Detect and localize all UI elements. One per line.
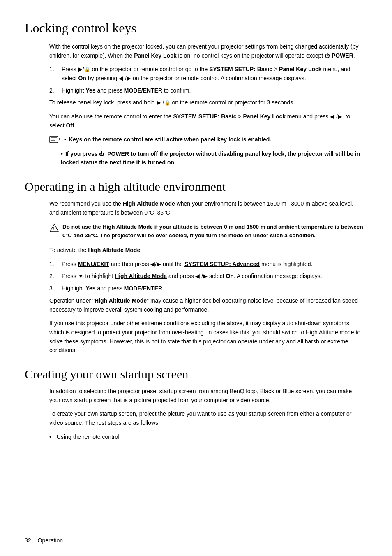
also-para: You can also use the remote control to e… [49,112,363,130]
arrow-left-alt1: ◀ [150,261,155,267]
altitude-steps: 1. Press MENU/EXIT and then press ◀/▶ un… [49,260,363,293]
alt-step-text-1: Press MENU/EXIT and then press ◀/▶ until… [62,260,363,269]
locking-step-2: 2. Highlight Yes and press MODE/ENTER to… [49,86,363,95]
lock-icon-2: 🔒 [164,100,171,106]
altitude-step-2: 2. Press ▼ to highlight High Altitude Mo… [49,272,363,281]
arrow-right-alt1: ▶ [157,261,161,267]
system-setup-basic-ref1: SYSTEM SETUP: Basic [209,66,272,72]
menu-exit-ref: MENU/EXIT [78,261,109,267]
arrow-right-alt2: ▶ [203,273,208,279]
lock-icon-1: 🔒 [84,67,90,72]
step-text-2: Highlight Yes and press MODE/ENTER to co… [62,86,363,95]
operation-para: Operation under "High Altitude Mode" may… [49,297,363,314]
panel-key-lock-ref2: Panel Key Lock [243,113,286,120]
step-num-2: 2. [49,86,62,95]
panel-key-lock-menu-ref: Panel Key Lock [279,66,322,72]
system-setup-basic-ref2: SYSTEM SETUP: Basic [173,113,236,120]
alt-step-num-3: 3. [49,284,62,293]
altitude-step-1: 1. Press MENU/EXIT and then press ◀/▶ un… [49,260,363,269]
yes-ref-1: Yes [85,87,95,94]
alt-step-num-1: 1. [49,260,62,269]
alt-step-text-2: Press ▼ to highlight High Altitude Mode … [62,272,363,281]
warning-svg: ! [49,223,59,232]
altitude-section: We recommend you use the High Altitude M… [49,199,363,355]
power-symbol-1: ⏻ [325,53,330,59]
power-symbol-2: ⏻ [99,151,104,157]
footer: 32 Operation [25,537,63,544]
alt-step-num-2: 2. [49,272,62,281]
section-title-altitude: Operating in a high altitude environment [25,180,367,194]
arrow-left-also: ◀ [330,113,334,120]
system-setup-advanced-ref: SYSTEM SETUP: Advanced [184,261,260,267]
locking-steps: 1. Press ▶/🔒 on the projector or remote … [49,65,363,95]
arrow-left-alt2: ◀ [195,273,200,279]
note-text-1: •Keys on the remote control are still ac… [64,135,271,144]
yes-ref-2: Yes [85,285,95,292]
power-label-1: POWER [332,52,353,59]
extra-para: If you use this projector under other ex… [49,319,363,355]
note-label-2: If you press ⏻ POWER to turn off the pro… [61,151,360,166]
footer-label: Operation [38,537,63,544]
bullet-char-1: • [49,433,57,442]
tip-svg-1 [49,136,61,145]
high-altitude-mode-ref1: High Altitude Mode [123,200,175,207]
arrow-left-1: ◀ [119,75,123,81]
activate-para: To activate the High Altitude Mode: [49,246,363,255]
locking-intro: With the control keys on the projector l… [49,42,363,60]
note-box-2: •If you press ⏻ POWER to turn off the pr… [61,150,363,167]
page-number: 32 [25,537,31,544]
altitude-step-3: 3. Highlight Yes and press MODE/ENTER. [49,284,363,293]
locking-section: With the control keys on the projector l… [49,42,363,167]
arrow-down-alt: ▼ [78,273,84,279]
note-text-2: •If you press ⏻ POWER to turn off the pr… [61,150,363,167]
arrow-right-1: ▶ [78,66,83,72]
mode-enter-ref-1: MODE/ENTER [124,87,162,94]
warning-box-1: ! Do not use the High Altitude Mode if y… [49,223,363,240]
mode-enter-ref-2: MODE/ENTER [124,285,162,292]
startup-intro-1: In addition to selecting the projector p… [49,387,363,405]
locking-step-1: 1. Press ▶/🔒 on the projector or remote … [49,65,363,83]
on-ref-1: On [78,75,86,81]
svg-rect-0 [50,136,58,143]
warning-triangle-icon: ! [49,223,59,234]
arrow-right-2: ▶ [127,75,131,81]
off-ref-1: Off [66,122,74,129]
tip-icon-1 [49,136,61,145]
arrow-right-release: ▶ [157,99,161,106]
note-label-1: Keys on the remote control are still act… [69,136,271,143]
note-box-1: •Keys on the remote control are still ac… [49,135,363,145]
startup-intro-2: To create your own startup screen, proje… [49,410,363,427]
high-altitude-mode-ref3: High Altitude Mode [115,273,167,279]
panel-key-lock-ref1: Panel Key Lock [134,52,177,59]
step-text-1: Press ▶/🔒 on the projector or remote con… [62,65,363,83]
altitude-intro: We recommend you use the High Altitude M… [49,199,363,217]
bullet-text-1: Using the remote control [57,433,120,442]
startup-section: In addition to selecting the projector p… [49,387,363,441]
svg-text:!: ! [53,226,55,231]
high-altitude-mode-ref2: High Altitude Mode [88,247,140,253]
warning-text-1: Do not use the High Altitude Mode if you… [62,223,363,240]
arrow-right-also: ▶ [338,113,342,120]
step-num-1: 1. [49,65,62,83]
startup-bullets: • Using the remote control [49,433,363,442]
section-title-locking: Locking control keys [25,21,367,36]
section-title-startup: Creating your own startup screen [25,367,367,381]
alt-step-text-3: Highlight Yes and press MODE/ENTER. [62,284,363,293]
high-altitude-mode-ref4: High Altitude Mode [95,297,147,304]
startup-bullet-1: • Using the remote control [49,433,363,442]
on-ref-2: On [226,273,233,279]
release-para: To release panel key lock, press and hol… [49,98,363,107]
